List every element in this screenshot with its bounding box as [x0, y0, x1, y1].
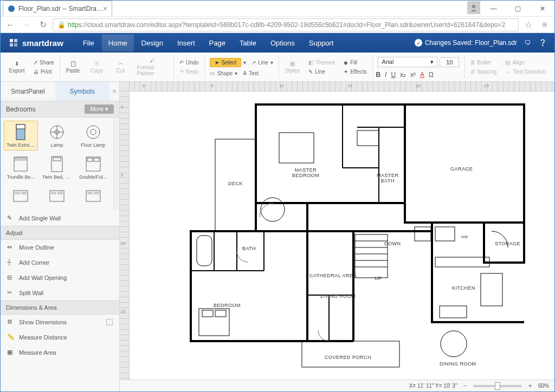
area-icon: ▦	[7, 349, 15, 356]
menu-page[interactable]: Page	[203, 35, 232, 51]
add-wall-opening-button[interactable]: ⊟Add Wall Opening	[1, 270, 119, 285]
tab-symbols[interactable]: Symbols	[55, 82, 110, 101]
menu-support[interactable]: Support	[302, 35, 340, 51]
superscript-button[interactable]: x²	[410, 71, 416, 79]
svg-rect-4	[10, 43, 13, 47]
bookmark-button[interactable]: ☆	[522, 18, 535, 31]
paste-button[interactable]: 📋 Paste	[61, 61, 85, 74]
move-outline-button[interactable]: ⇔Move Outline	[1, 240, 119, 255]
maximize-button[interactable]: ▢	[506, 1, 530, 16]
notifications-icon[interactable]: 🗨	[525, 39, 531, 47]
fill-button[interactable]: ◆Fill	[341, 58, 369, 67]
svg-rect-20	[94, 158, 99, 161]
close-tab-icon[interactable]: ×	[103, 4, 107, 13]
symbol-twin-bed-s[interactable]: Twin Bed, S...	[40, 153, 74, 182]
subscript-button[interactable]: x₂	[400, 71, 406, 79]
copy-button[interactable]: ⎘Copy	[85, 61, 109, 74]
styles-button[interactable]: ▦Styles	[280, 61, 304, 74]
url-field[interactable]: 🔒 https://cloud.smartdraw.com/editor.asp…	[53, 18, 519, 31]
shape-dropdown-icon[interactable]: ▾	[235, 70, 237, 76]
ruler-horizontal: 0 5 10 15 20 25	[130, 82, 554, 92]
shape-button[interactable]: Shape	[217, 70, 233, 76]
font-size-select[interactable]: 10	[440, 57, 459, 67]
align-button[interactable]: ▤Align	[503, 58, 548, 67]
status-bar: X= 11' 11" Y= 10' 3" − + 60%	[120, 380, 554, 391]
bold-button[interactable]: B	[376, 71, 380, 79]
redo-icon: ↷	[179, 69, 184, 75]
menu-file[interactable]: File	[76, 35, 101, 51]
split-wall-button[interactable]: ✂Split Wall	[1, 285, 119, 300]
drawing-canvas[interactable]: MASTER BEDROOM MASTER BATH DECK GARAGE S…	[130, 92, 554, 380]
zoom-thumb[interactable]	[495, 382, 500, 390]
share-button[interactable]: ↗Share	[31, 58, 56, 67]
font-name: Arial	[382, 58, 393, 66]
select-dropdown-icon[interactable]: ▾	[243, 60, 246, 66]
redo-button[interactable]: ↷Redo	[177, 67, 201, 76]
svg-rect-55	[215, 310, 226, 317]
themes-button[interactable]: ◧Themes	[306, 58, 337, 67]
menu-insert[interactable]: Insert	[171, 35, 202, 51]
symbol-row3-2[interactable]	[40, 185, 74, 207]
export-group[interactable]: ⬇ Export	[5, 61, 29, 74]
symbol-double-full[interactable]: Double/Ful...	[76, 153, 110, 182]
themes-label: Themes	[315, 60, 335, 66]
symbol-row3-3[interactable]	[76, 185, 110, 207]
symbol-floor-lamp[interactable]: Floor Lamp	[76, 121, 110, 151]
bullet-icon: ≣	[470, 60, 475, 66]
forward-button[interactable]: →	[20, 18, 33, 31]
print-button[interactable]: 🖨Print	[31, 67, 56, 76]
spacing-button[interactable]: ⇵Spacing	[468, 67, 499, 76]
symbol-scrollbar[interactable]	[113, 117, 119, 211]
symbol-label: Floor Lamp	[81, 142, 106, 148]
menu-table[interactable]: Table	[233, 35, 263, 51]
line-label[interactable]: Line	[258, 60, 268, 66]
close-panel-icon[interactable]: ×	[109, 82, 119, 101]
help-icon[interactable]: ❔	[539, 39, 547, 47]
symbol-insert-button[interactable]: Ω	[429, 71, 434, 79]
show-dimensions-button[interactable]: ⚙Show Dimensions	[1, 315, 119, 330]
dimensions-checkbox[interactable]	[106, 319, 113, 325]
print-label: Print	[41, 69, 52, 75]
undo-button[interactable]: ↶Undo	[177, 58, 201, 67]
browser-menu-button[interactable]: ≡	[538, 18, 551, 31]
menu-options[interactable]: Options	[264, 35, 301, 51]
line-tool-icon: ↗	[251, 60, 256, 66]
symbol-trundle-bed[interactable]: Trundle Be...	[4, 153, 38, 182]
symbol-twin-extra[interactable]: Twin Extra ...	[4, 121, 38, 151]
app-logo[interactable]: smartdraw	[8, 37, 63, 48]
underline-button[interactable]: U	[391, 71, 396, 79]
bullet-button[interactable]: ≣Bullet	[468, 58, 499, 67]
floor-plan[interactable]	[145, 95, 546, 380]
text-button[interactable]: Text	[249, 70, 259, 76]
menu-design[interactable]: Design	[135, 35, 170, 51]
format-painter-button[interactable]: 🖌Format Painter	[133, 57, 172, 76]
reload-button[interactable]: ↻	[36, 18, 49, 31]
text-direction-button[interactable]: →Text Direction	[503, 67, 548, 76]
line-style-button[interactable]: ✎Line	[306, 67, 337, 76]
cut-button[interactable]: ✂Cut	[109, 61, 133, 74]
more-button[interactable]: More ▾	[85, 104, 114, 114]
italic-button[interactable]: I	[385, 71, 386, 79]
zoom-out-button[interactable]: −	[463, 383, 467, 389]
add-single-wall-button[interactable]: ✎Add Single Wall	[1, 211, 119, 226]
select-tool-button[interactable]: ➤Select	[210, 58, 241, 67]
browser-tab[interactable]: Floor_Plan.sdr -- SmartDra… ×	[3, 1, 112, 16]
minimize-button[interactable]: —	[481, 1, 506, 16]
symbol-lamp[interactable]: Lamp	[40, 121, 74, 151]
font-color-button[interactable]: A	[420, 71, 424, 79]
zoom-slider[interactable]	[473, 385, 522, 387]
line-dropdown-icon[interactable]: ▾	[270, 60, 273, 66]
menu-home[interactable]: Home	[102, 35, 134, 51]
measure-distance-button[interactable]: 📏Measure Distance	[1, 330, 119, 345]
add-corner-button[interactable]: ┼Add Corner	[1, 255, 119, 270]
save-status: ✓ Changes Saved: Floor_Plan.sdr	[415, 39, 517, 47]
effects-button[interactable]: ✦Effects	[341, 67, 369, 76]
font-select[interactable]: Arial▾	[378, 57, 437, 67]
measure-area-button[interactable]: ▦Measure Area	[1, 345, 119, 360]
zoom-in-button[interactable]: +	[528, 383, 532, 389]
user-icon[interactable]	[467, 1, 480, 14]
tab-smartpanel[interactable]: SmartPanel	[1, 82, 55, 101]
back-button[interactable]: ←	[4, 18, 17, 31]
symbol-row3-1[interactable]	[4, 185, 38, 207]
close-window-button[interactable]: ✕	[530, 1, 554, 16]
